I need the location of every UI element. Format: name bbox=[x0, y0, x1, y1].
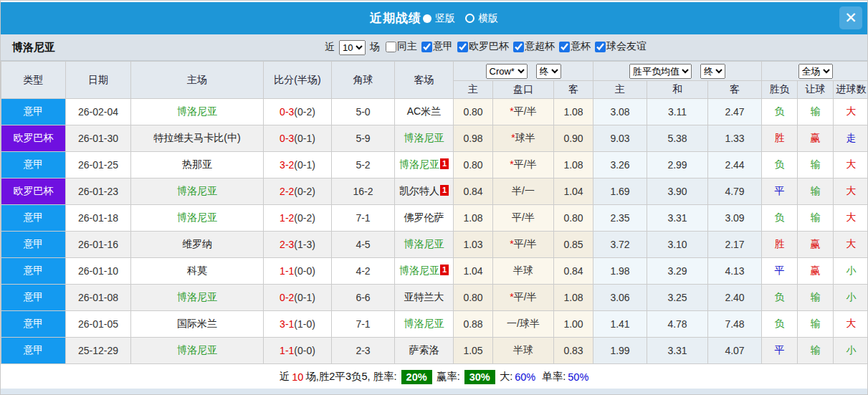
date-cell: 26-01-18 bbox=[66, 205, 131, 232]
away-team-cell[interactable]: 博洛尼亚 bbox=[395, 125, 454, 152]
avg-away-odds: 4.79 bbox=[708, 179, 762, 205]
home-team-cell[interactable]: 博洛尼亚 bbox=[131, 179, 264, 205]
score-cell: 0-2(0-1) bbox=[264, 285, 332, 311]
league-badge: 意甲 bbox=[1, 99, 66, 125]
filter-checkbox-item[interactable]: 意杯 bbox=[555, 40, 591, 53]
filter-checkbox-label: 同主 bbox=[397, 40, 417, 53]
table-row: 意甲26-01-10科莫1-1(0-0)4-2博洛尼亚11.04半球0.841.… bbox=[1, 258, 868, 285]
avg-home-odds: 3.08 bbox=[593, 99, 647, 125]
avg-odds-select[interactable]: 胜平负均值 bbox=[629, 64, 692, 79]
handicap-line: 半球 bbox=[493, 258, 554, 285]
avg-away-odds: 4.07 bbox=[708, 338, 762, 364]
home-team-cell[interactable]: 博洛尼亚 bbox=[131, 338, 264, 364]
home-team-cell[interactable]: 维罗纳 bbox=[131, 232, 264, 258]
away-team-cell[interactable]: 凯尔特人1 bbox=[395, 179, 454, 205]
header-score: 比分(半场) bbox=[264, 62, 332, 99]
results-table: 类型 日期 主场 比分(半场) 角球 客场 Crow* 终 胜平负均值 终 bbox=[1, 61, 868, 364]
filter-checkbox-item[interactable]: 意超杯 bbox=[509, 40, 555, 53]
avg-draw-odds: 3.31 bbox=[647, 338, 708, 364]
home-team-cell[interactable]: 国际米兰 bbox=[131, 311, 264, 338]
filter-checkbox-label: 欧罗巴杯 bbox=[469, 40, 509, 53]
handicap-result-cell: 输 bbox=[798, 205, 834, 232]
avg-draw-odds: 3.25 bbox=[647, 285, 708, 311]
handicap-result-cell: 赢 bbox=[798, 258, 834, 285]
away-team-cell[interactable]: AC米兰 bbox=[395, 99, 454, 125]
league-badge: 欧罗巴杯 bbox=[1, 179, 66, 205]
filter-checkbox[interactable] bbox=[457, 42, 468, 52]
bookmaker-select[interactable]: Crow* bbox=[486, 64, 528, 79]
header-type: 类型 bbox=[1, 62, 66, 99]
handicap-home-odds: 0.80 bbox=[454, 285, 493, 311]
radio-horizontal-icon[interactable] bbox=[465, 14, 474, 23]
score-cell: 0-3(0-1) bbox=[264, 125, 332, 152]
filter-checkbox-item[interactable]: 欧罗巴杯 bbox=[453, 40, 509, 53]
handicap-result-cell: 输 bbox=[798, 285, 834, 311]
away-team-cell[interactable]: 博洛尼亚 bbox=[395, 311, 454, 338]
outcome-cell: 负 bbox=[762, 285, 798, 311]
avg-draw-odds: 3.90 bbox=[647, 179, 708, 205]
card-badge: 1 bbox=[440, 265, 449, 275]
filter-checkbox-item[interactable]: 意甲 bbox=[417, 40, 453, 53]
away-team-cell[interactable]: 博洛尼亚1 bbox=[395, 152, 454, 179]
away-team-cell[interactable]: 亚特兰大 bbox=[395, 285, 454, 311]
away-team-cell[interactable]: 萨索洛 bbox=[395, 338, 454, 364]
home-team-cell[interactable]: 科莫 bbox=[131, 258, 264, 285]
away-team-cell[interactable]: 佛罗伦萨 bbox=[395, 205, 454, 232]
subheader-hcp-line: 盘口 bbox=[493, 81, 554, 99]
filter-checkbox-item[interactable]: 球会友谊 bbox=[591, 40, 647, 53]
goals-result-cell: 大 bbox=[834, 152, 868, 179]
outcome-cell: 胜 bbox=[762, 125, 798, 152]
handicap-result-cell: 输 bbox=[798, 179, 834, 205]
avg-select-group: 胜平负均值 终 bbox=[593, 62, 762, 81]
subheader-handicap-result: 让球 bbox=[798, 81, 834, 99]
scope-select[interactable]: 全场 bbox=[798, 64, 833, 79]
card-badge: 1 bbox=[440, 158, 449, 169]
handicap-select-group: Crow* 终 bbox=[454, 62, 593, 81]
table-row: 意甲26-01-08博洛尼亚0-2(0-1)6-6亚特兰大0.80*平/半1.0… bbox=[1, 285, 868, 311]
filter-checkbox-item[interactable]: 同主 bbox=[381, 40, 417, 53]
radio-horizontal-label[interactable]: 横版 bbox=[478, 12, 498, 25]
radio-vertical-label[interactable]: 竖版 bbox=[435, 12, 455, 25]
score-cell: 1-1(0-0) bbox=[264, 258, 332, 285]
home-team-cell[interactable]: 博洛尼亚 bbox=[131, 99, 264, 125]
filter-checkbox[interactable] bbox=[595, 42, 606, 52]
handicap-result-cell: 输 bbox=[798, 338, 834, 364]
avg-draw-odds: 5.38 bbox=[647, 125, 708, 152]
scope-select-group: 全场 bbox=[762, 62, 868, 81]
home-team-cell[interactable]: 博洛尼亚 bbox=[131, 285, 264, 311]
filter-checkbox[interactable] bbox=[559, 42, 570, 52]
table-row: 意甲25-12-29博洛尼亚1-1(0-0)2-3萨索洛1.05半球0.831.… bbox=[1, 338, 868, 364]
handicap-time-select[interactable]: 终 bbox=[536, 64, 561, 79]
handicap-away-odds: 1.08 bbox=[554, 285, 593, 311]
handicap-result-cell: 赢 bbox=[798, 232, 834, 258]
profit-rate-badge: 30% bbox=[464, 370, 495, 384]
games-label: 场 bbox=[370, 41, 380, 54]
footer-prefix: 近 bbox=[280, 370, 290, 384]
avg-home-odds: 1.69 bbox=[593, 179, 647, 205]
profit-rate-label: 赢率: bbox=[437, 370, 460, 384]
big-rate-value: 60% bbox=[515, 371, 535, 383]
date-cell: 26-02-04 bbox=[66, 99, 131, 125]
away-team-cell[interactable]: 博洛尼亚 bbox=[395, 232, 454, 258]
home-team-cell[interactable]: 热那亚 bbox=[131, 152, 264, 179]
table-row: 欧罗巴杯26-01-30特拉维夫马卡比(中)0-3(0-1)5-9博洛尼亚0.9… bbox=[1, 125, 868, 152]
close-icon[interactable]: ✕ bbox=[839, 6, 862, 29]
match-count-select[interactable]: 10 bbox=[339, 40, 366, 55]
outcome-cell: 平 bbox=[762, 338, 798, 364]
filter-checkbox[interactable] bbox=[386, 42, 396, 52]
handicap-result-cell: 赢 bbox=[798, 125, 834, 152]
avg-home-odds: 3.72 bbox=[593, 232, 647, 258]
avg-time-select[interactable]: 终 bbox=[700, 64, 725, 79]
handicap-away-odds: 1.00 bbox=[554, 311, 593, 338]
filter-checkbox[interactable] bbox=[513, 42, 524, 52]
league-badge: 欧罗巴杯 bbox=[1, 125, 66, 152]
avg-home-odds: 9.03 bbox=[593, 125, 647, 152]
subheader-hcp-away: 客 bbox=[554, 81, 593, 99]
goals-result-cell: 大 bbox=[834, 179, 868, 205]
filter-checkbox[interactable] bbox=[421, 42, 432, 52]
away-team-cell[interactable]: 博洛尼亚1 bbox=[395, 258, 454, 285]
table-row: 意甲26-01-16维罗纳2-3(1-3)4-5博洛尼亚1.03*平/半0.85… bbox=[1, 232, 868, 258]
home-team-cell[interactable]: 特拉维夫马卡比(中) bbox=[131, 125, 264, 152]
home-team-cell[interactable]: 博洛尼亚 bbox=[131, 205, 264, 232]
radio-vertical-selected-icon[interactable] bbox=[423, 14, 431, 23]
